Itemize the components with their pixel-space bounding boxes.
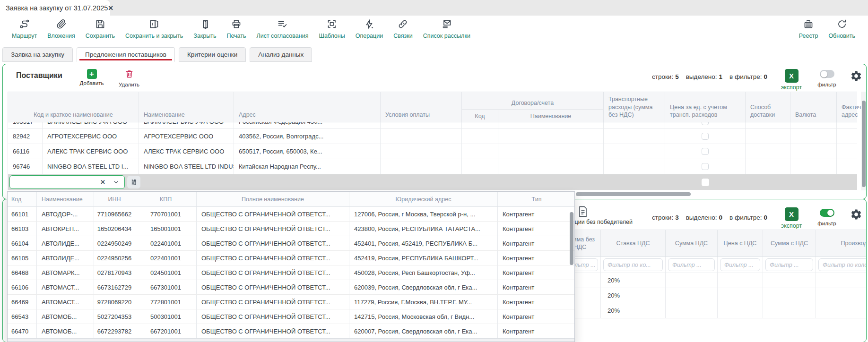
tree-select-button[interactable] xyxy=(127,176,140,188)
col-code[interactable]: Код xyxy=(8,192,37,206)
dropdown-row[interactable]: 66103 АВТОКРЕП... 1650206434 165001001 О… xyxy=(8,222,574,236)
col-unit-price[interactable]: Цена за ед. с учетом трансп. расходов xyxy=(665,92,746,122)
dropdown-row[interactable]: 66468 АВТОМАРК... 0278170943 024501001 О… xyxy=(8,265,574,280)
suppliers-panel: Поставщики + Добавить Удалить строки:5 в… xyxy=(2,64,867,199)
col-currency[interactable]: Валюта xyxy=(790,92,837,122)
col-name[interactable]: Наименование xyxy=(139,92,234,122)
col-vat-sum[interactable]: Сумма НДС xyxy=(666,230,718,256)
col-fact-address[interactable]: Фактический адрес xyxy=(837,92,862,122)
tab-evaluation-criteria[interactable]: Критерии оценки xyxy=(179,47,246,62)
route-button[interactable]: Маршрут xyxy=(7,18,42,39)
filter-input[interactable]: Фильтр ... xyxy=(720,258,760,271)
chevron-down-icon[interactable] xyxy=(113,179,120,186)
filter-toggle[interactable]: фильтр xyxy=(813,209,841,226)
dropdown-row[interactable]: 66105 АВТОЛИДЕ... 0224950256 022401001 О… xyxy=(8,251,574,265)
supplier-combobox[interactable]: ✕ xyxy=(9,175,125,189)
settings-gear-icon[interactable] xyxy=(850,70,862,82)
operations-button[interactable]: Операции xyxy=(350,18,388,39)
tab-request[interactable]: Заявка на закупку xyxy=(2,47,73,62)
add-supplier-button[interactable]: + Добавить xyxy=(76,69,107,86)
links-button[interactable]: Связки xyxy=(388,18,417,39)
attachments-button[interactable]: Вложения xyxy=(42,18,80,39)
filter-input[interactable]: Фильтр ... xyxy=(765,258,813,271)
main-toolbar: Маршрут Вложения Сохранить Сохранить и з… xyxy=(0,16,868,42)
col-type[interactable]: Тип xyxy=(498,192,575,206)
filter-input[interactable]: Фильтр ... xyxy=(668,258,715,271)
supplier-row[interactable]: 66116 АЛЕКС ТРАК СЕРВИС ООО АЛЕКС ТРАК С… xyxy=(8,144,857,159)
close-tab-icon[interactable]: ✕ xyxy=(108,4,113,12)
horizontal-scrollbar-thumb[interactable] xyxy=(576,192,691,196)
col-contract-code[interactable]: Код xyxy=(462,110,498,122)
export-excel-button[interactable]: X экспорт xyxy=(777,207,806,229)
col-code-short[interactable]: Код и краткое наименование xyxy=(8,92,139,122)
col-kpp[interactable]: КПП xyxy=(135,192,197,206)
document-tab-title: Заявка на закупку от 31.07.2025 xyxy=(6,4,108,12)
clear-icon[interactable]: ✕ xyxy=(100,179,105,186)
settings-gear-icon[interactable] xyxy=(850,208,862,221)
col-transport[interactable]: Транспортные расходы (сумма без НДС) xyxy=(604,92,665,122)
dropdown-row[interactable]: 66469 АВТОМАСТ... 9728069220 772801001 О… xyxy=(8,295,574,309)
col-sum-vat[interactable]: Сумма с НДС xyxy=(763,230,816,256)
checkbox-icon[interactable] xyxy=(702,133,709,140)
contractor-dropdown: Код Наименование ИНН КПП Полное наименов… xyxy=(7,191,575,342)
tab-supplier-offers[interactable]: Предложения поставщиков xyxy=(77,47,175,62)
chain-icon xyxy=(397,18,408,31)
col-vat-rate[interactable]: Ставка НДС xyxy=(601,230,666,256)
col-payment[interactable]: Условия оплаты xyxy=(381,92,462,122)
approval-sheet-button[interactable]: Лист согласования xyxy=(251,18,313,39)
scrollbar-thumb[interactable] xyxy=(862,101,866,187)
dropdown-row[interactable]: 66470 АВТОМОБ... 6672293782 667201001 ОБ… xyxy=(8,324,574,339)
suppliers-table: Код и краткое наименование Наименование … xyxy=(8,92,857,190)
vertical-scrollbar[interactable] xyxy=(861,92,866,190)
save-icon xyxy=(95,18,106,31)
templates-button[interactable]: Шаблоны xyxy=(313,18,350,39)
col-manufacturer[interactable]: Производитель xyxy=(816,230,867,256)
col-contract-name[interactable]: Наименование xyxy=(498,110,603,122)
close-button[interactable]: Закрыть xyxy=(188,18,221,39)
table-row[interactable]: 20% xyxy=(560,288,867,303)
supplier-row[interactable]: 103317 БАЙКАЛСЕРВИС УФА ООО БАЙКАЛСЕРВИС… xyxy=(8,122,857,129)
filter-input[interactable]: Фильтр по ко... xyxy=(603,258,663,271)
dropdown-row[interactable]: 66543 АВТОМОБ... 5027204353 500301001 ОБ… xyxy=(8,309,574,324)
refresh-button[interactable]: Обновить xyxy=(823,18,860,39)
registry-button[interactable]: Реестр xyxy=(794,18,824,39)
supplier-row[interactable]: 82942 АГРОТЕХСЕРВИС ООО АГРОТЕХСЕРВИС ОО… xyxy=(8,129,857,144)
delete-supplier-button[interactable]: Удалить xyxy=(115,69,143,87)
save-close-button[interactable]: Сохранить и закрыть xyxy=(120,18,188,39)
checkbox-icon[interactable] xyxy=(702,122,709,125)
col-name[interactable]: Наименование xyxy=(37,192,94,206)
toggle-off-icon[interactable] xyxy=(820,70,834,78)
mailing-list-button[interactable]: Список рассылки xyxy=(418,18,476,39)
grid-info: строки:5 выделено:1 в фильтре:0 xyxy=(652,73,767,80)
col-delivery[interactable]: Способ доставки xyxy=(746,92,790,122)
tab-data-analysis[interactable]: Анализ данных xyxy=(250,47,312,62)
plus-icon: + xyxy=(87,69,97,79)
table-row[interactable]: 20% xyxy=(560,303,867,318)
print-button[interactable]: Печать xyxy=(222,18,252,39)
col-price-vat[interactable]: Цена с НДС xyxy=(718,230,763,256)
toggle-on-icon[interactable] xyxy=(820,209,834,217)
checkbox-icon[interactable] xyxy=(702,148,709,155)
checkbox-icon[interactable] xyxy=(702,179,709,186)
dropdown-horizontal-scrollbar[interactable] xyxy=(8,338,574,342)
checkbox-icon[interactable] xyxy=(702,163,709,170)
col-address[interactable]: Адрес xyxy=(234,92,381,122)
dropdown-row[interactable]: 66106 АВТОМАСТ... 6673162729 667301001 О… xyxy=(8,280,574,295)
dropdown-row[interactable]: 66101 АВТОДОР-... 7710965662 770701001 О… xyxy=(8,207,574,222)
list-check-icon xyxy=(277,18,288,31)
filter-toggle[interactable]: фильтр xyxy=(813,70,841,87)
dropdown-row[interactable]: 66104 АВТОЛИДЕ... 0224950249 022401001 О… xyxy=(8,236,574,251)
save-button[interactable]: Сохранить xyxy=(80,18,120,39)
dropdown-rows: 66101 АВТОДОР-... 7710965662 770701001 О… xyxy=(8,207,574,339)
document-tab[interactable]: Заявка на закупку от 31.07.2025 ✕ xyxy=(0,0,110,16)
supplier-row-selected[interactable]: ✕ xyxy=(8,174,857,190)
supplier-row[interactable]: 96746 NINGBO BOA STEEL LTD I... NINGBO B… xyxy=(8,159,857,174)
filter-input[interactable]: Фильтр по коло... xyxy=(818,258,867,271)
col-legal-address[interactable]: Юридический адрес xyxy=(349,192,498,206)
table-row[interactable]: 20% xyxy=(560,273,867,288)
col-inn[interactable]: ИНН xyxy=(94,192,135,206)
export-excel-button[interactable]: X экспорт xyxy=(777,69,806,91)
col-full-name[interactable]: Полное наименование xyxy=(197,192,349,206)
dropdown-scrollbar-thumb[interactable] xyxy=(570,212,573,265)
trash-icon xyxy=(124,69,134,80)
